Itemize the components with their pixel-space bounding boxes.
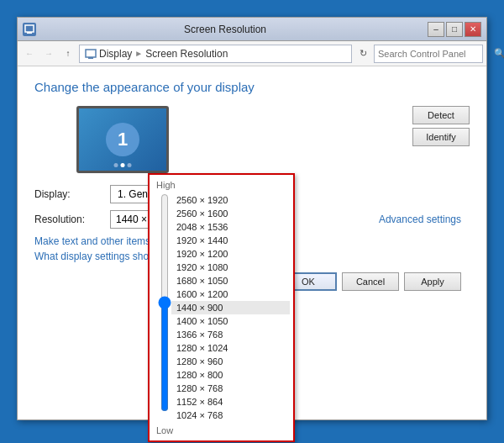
close-button[interactable]: ✕ (465, 22, 481, 37)
resolution-items-row: 2560 × 1920 2560 × 1600 2048 × 1536 1920… (150, 193, 293, 422)
res-item-7[interactable]: 1600 × 1200 (171, 287, 290, 301)
dot-2 (121, 163, 125, 167)
detect-identify-buttons: Detect Identify (412, 106, 470, 146)
res-item-13[interactable]: 1280 × 800 (171, 368, 290, 382)
res-item-9[interactable]: 1400 × 1050 (171, 314, 290, 328)
page-title: Change the appearance of your display (34, 80, 470, 94)
maximize-button[interactable]: □ (446, 22, 463, 37)
resolution-label: Resolution: (34, 214, 110, 225)
search-input[interactable] (378, 49, 494, 59)
display-label: Display: (34, 188, 110, 200)
minimize-button[interactable]: – (428, 22, 444, 37)
breadcrumb-display-label: Display (99, 48, 132, 60)
breadcrumb-arrow-1: ► (134, 49, 143, 58)
res-item-11[interactable]: 1280 × 1024 (171, 341, 290, 355)
breadcrumb-screen-resolution: Screen Resolution (145, 48, 228, 60)
monitor-area: 1 Detect Identify (34, 106, 470, 173)
breadcrumb-display (85, 47, 99, 60)
res-item-14[interactable]: 1280 × 768 (171, 382, 290, 395)
monitor-preview: 1 (76, 106, 169, 173)
main-window: Screen Resolution – □ ✕ ← → ↑ Display ► … (17, 17, 487, 420)
res-item-16[interactable]: 1024 × 768 (171, 409, 290, 422)
high-label: High (150, 178, 293, 193)
window-title: Screen Resolution (23, 24, 428, 35)
res-item-8[interactable]: 1440 × 900 (171, 301, 290, 314)
cancel-button[interactable]: Cancel (342, 272, 399, 291)
detect-button[interactable]: Detect (412, 106, 470, 124)
res-item-12[interactable]: 1280 × 960 (171, 355, 290, 368)
res-item-2[interactable]: 2048 × 1536 (171, 220, 290, 234)
up-button[interactable]: ↑ (60, 45, 76, 62)
resolution-slider-container (158, 193, 171, 422)
svg-rect-3 (88, 57, 93, 59)
res-item-1[interactable]: 2560 × 1600 (171, 207, 290, 220)
monitor-number: 1 (106, 123, 139, 156)
low-label: Low (150, 422, 293, 437)
search-box[interactable]: 🔍 (374, 45, 483, 63)
res-item-6[interactable]: 1680 × 1050 (171, 274, 290, 287)
dot-1 (114, 163, 118, 167)
refresh-button[interactable]: ↻ (354, 45, 371, 62)
forward-button[interactable]: → (40, 45, 57, 62)
identify-button[interactable]: Identify (412, 128, 470, 146)
res-item-3[interactable]: 1920 × 1440 (171, 234, 290, 247)
search-icon[interactable]: 🔍 (494, 48, 504, 59)
res-item-0[interactable]: 2560 × 1920 (171, 193, 290, 207)
res-item-5[interactable]: 1920 × 1080 (171, 261, 290, 274)
resolution-slider[interactable] (157, 193, 172, 412)
res-item-10[interactable]: 1366 × 768 (171, 328, 290, 341)
address-box[interactable]: Display ► Screen Resolution (79, 45, 352, 63)
dot-3 (128, 163, 132, 167)
resolution-list: 2560 × 1920 2560 × 1600 2048 × 1536 1920… (171, 193, 290, 422)
back-button[interactable]: ← (21, 45, 38, 62)
monitor-dots (114, 163, 132, 167)
apply-button[interactable]: Apply (404, 272, 461, 291)
svg-rect-2 (86, 50, 96, 57)
address-bar: ← → ↑ Display ► Screen Resolution ↻ 🔍 (18, 41, 486, 66)
res-item-4[interactable]: 1920 × 1200 (171, 247, 290, 261)
resolution-dropdown: High 2560 × 1920 2560 × 1600 2048 × 1536… (148, 173, 295, 442)
title-bar: Screen Resolution – □ ✕ (18, 18, 486, 41)
res-item-15[interactable]: 1152 × 864 (171, 395, 290, 409)
main-content: Change the appearance of your display 1 … (18, 66, 486, 419)
advanced-settings-link[interactable]: Advanced settings (379, 214, 461, 225)
window-controls: – □ ✕ (428, 22, 481, 37)
